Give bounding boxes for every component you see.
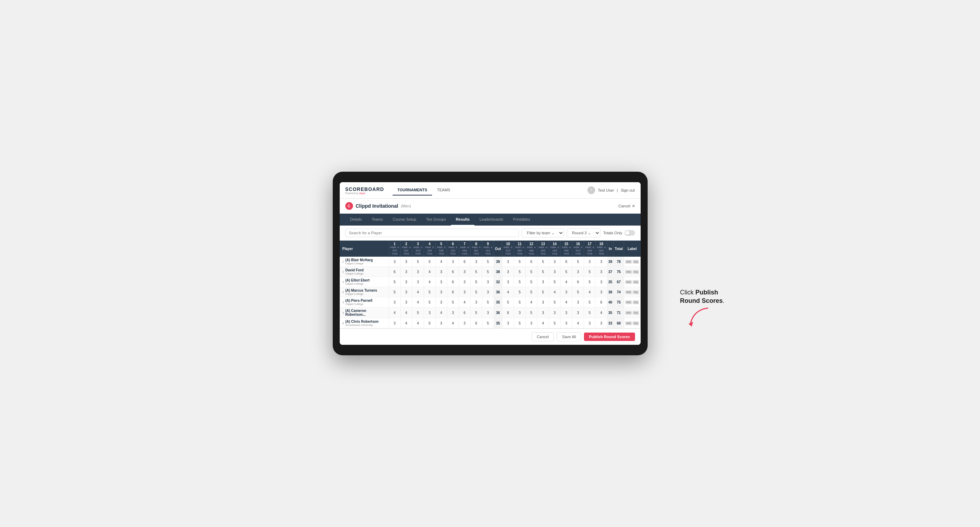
tab-results[interactable]: Results	[451, 214, 475, 225]
hole-12-header: 12PAR: 4486 YDS	[525, 241, 537, 257]
annotation: Click PublishRound Scores.	[680, 289, 724, 327]
hole-13-header: 13PAR: 4385 YDS	[537, 241, 549, 257]
hole-18-header: 18PAR: 4422 YDS	[595, 241, 607, 257]
hole-4-header: 4PAR: 5166 YDS	[424, 241, 435, 257]
logo-text: SCOREBOARD	[345, 186, 384, 192]
hole-16-header: 16PAR: 5510 YDS	[572, 241, 584, 257]
tournament-logo: C	[345, 202, 353, 210]
table-row: 8 (A) Chris Robertson Scoreboard Univers…	[340, 318, 641, 329]
player-cell: 3 (A) Cameron Robertson...	[340, 307, 389, 318]
close-icon: ✕	[632, 204, 635, 208]
in-header: In	[607, 241, 613, 257]
arrow-icon	[687, 306, 715, 327]
out-header: Out	[494, 241, 502, 257]
tournament-category: (Men)	[401, 204, 411, 208]
player-cell: 8 (A) Chris Robertson Scoreboard Univers…	[340, 318, 389, 329]
user-avatar: T	[587, 186, 595, 194]
table-row: 3 David Ford Clippd College 633436355 38…	[340, 267, 641, 277]
tab-teams[interactable]: Teams	[367, 214, 388, 225]
table-row: 3 (A) Elliot Ebert Clippd College 533436…	[340, 277, 641, 287]
player-cell: 3 (A) Marcus Turners Clippd College	[340, 287, 389, 297]
cancel-tournament-button[interactable]: Cancel ✕	[618, 204, 635, 208]
sign-out-link[interactable]: Sign out	[620, 188, 635, 192]
round-select[interactable]: Round 3 ⌄	[567, 229, 600, 237]
tab-bar: Details Teams Course Setup Tee Groups Re…	[340, 214, 641, 225]
hole-15-header: 15PAR: 4448 YDS	[560, 241, 572, 257]
player-header: Player	[340, 241, 389, 257]
nav-separator: |	[617, 188, 618, 192]
tournament-title-area: C Clippd Invitational (Men)	[345, 202, 411, 210]
logo-area: SCOREBOARD Powered by clippd	[345, 186, 384, 194]
hole-9-header: 9PAR: 4422 YDS	[482, 241, 494, 257]
top-nav: SCOREBOARD Powered by clippd TOURNAMENTS…	[340, 182, 641, 198]
score-table-wrapper: Player 1PAR: 4370 YDS 2PAR: 4511 YDS 3PA…	[340, 241, 641, 329]
table-row: 3 (A) Cameron Robertson... 445343653 36 …	[340, 307, 641, 318]
table-row: 3 (A) Piers Parnell Clippd College 33453…	[340, 297, 641, 307]
tab-tee-groups[interactable]: Tee Groups	[421, 214, 451, 225]
nav-teams[interactable]: TEAMS	[432, 185, 455, 195]
player-cell: 3 (A) Piers Parnell Clippd College	[340, 297, 389, 307]
hole-8-header: 8PAR: 4391 YDS	[470, 241, 482, 257]
action-row: Cancel Save All Publish Round Scores	[340, 329, 641, 345]
hole-11-header: 11PAR: 4380 YDS	[514, 241, 525, 257]
filters-row: Filter by team ⌄ Round 3 ⌄ Totals Only	[340, 225, 641, 241]
logo-sub: Powered by clippd	[345, 192, 384, 194]
nav-tournaments[interactable]: TOURNAMENTS	[393, 185, 432, 195]
table-row: 3 (A) Marcus Turners Clippd College 5345…	[340, 287, 641, 297]
hole-14-header: 14PAR: 3183 YDS	[549, 241, 560, 257]
hole-1-header: 1PAR: 4370 YDS	[389, 241, 400, 257]
hole-7-header: 7PAR: 4446 YDS	[459, 241, 470, 257]
publish-round-scores-button[interactable]: Publish Round Scores	[584, 333, 635, 341]
user-name: Test User	[598, 188, 614, 192]
totals-only-toggle[interactable]: Totals Only	[603, 230, 635, 236]
cancel-button[interactable]: Cancel	[531, 332, 554, 341]
tab-course-setup[interactable]: Course Setup	[388, 214, 421, 225]
nav-links: TOURNAMENTS TEAMS	[393, 185, 587, 195]
save-all-button[interactable]: Save All	[557, 332, 581, 341]
tournament-name: Clippd Invitational	[356, 203, 398, 209]
hole-17-header: 17PAR: 4409 YDS	[584, 241, 595, 257]
total-header: Total	[613, 241, 624, 257]
player-cell: 2 (A) Blair McHarg Clippd College	[340, 257, 389, 267]
tab-details[interactable]: Details	[345, 214, 367, 225]
player-cell: 3 David Ford Clippd College	[340, 267, 389, 277]
filter-by-team-select[interactable]: Filter by team ⌄	[522, 229, 564, 237]
player-cell: 3 (A) Elliot Ebert Clippd College	[340, 277, 389, 287]
totals-only-label: Totals Only	[603, 231, 622, 235]
nav-right: T Test User | Sign out	[587, 186, 635, 194]
label-header: Label	[624, 241, 640, 257]
hole-2-header: 2PAR: 4511 YDS	[400, 241, 412, 257]
score-table: Player 1PAR: 4370 YDS 2PAR: 4511 YDS 3PA…	[340, 241, 641, 329]
table-row: 2 (A) Blair McHarg Clippd College 335543…	[340, 257, 641, 267]
hole-10-header: 10PAR: 5519 YDS	[502, 241, 514, 257]
toggle-knob	[625, 231, 629, 235]
tab-printables[interactable]: Printables	[508, 214, 535, 225]
toggle-switch[interactable]	[625, 230, 635, 236]
hole-5-header: 5PAR: 5536 YDS	[435, 241, 447, 257]
annotation-text: Click PublishRound Scores.	[680, 289, 724, 305]
hole-6-header: 6PAR: 3194 YDS	[447, 241, 459, 257]
hole-3-header: 3PAR: 3433 YDS	[412, 241, 424, 257]
search-input[interactable]	[345, 229, 519, 237]
tab-leaderboards[interactable]: Leaderboards	[474, 214, 508, 225]
tournament-header: C Clippd Invitational (Men) Cancel ✕	[340, 198, 641, 214]
